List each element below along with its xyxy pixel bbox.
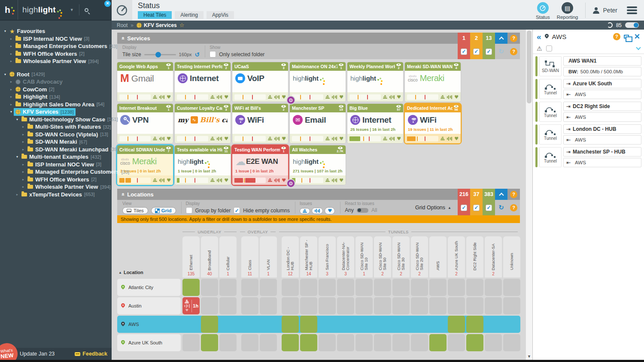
status-cell[interactable]: [300, 297, 317, 314]
scroll-down-arrow[interactable]: ▼: [526, 354, 532, 359]
grid-column-header[interactable]: AWS: [429, 236, 447, 278]
status-cell[interactable]: [319, 316, 336, 333]
tab-heat-tiles[interactable]: Heat Tiles: [138, 11, 172, 19]
status-cell[interactable]: [466, 316, 483, 333]
heart-icon[interactable]: ♥: [397, 95, 401, 100]
grid-column-header[interactable]: London DC - HUB 12: [282, 236, 299, 278]
status-cell[interactable]: [503, 279, 520, 296]
location-sort-header[interactable]: ▲Location: [118, 270, 143, 275]
heart-icon[interactable]: ♥: [339, 95, 343, 100]
status-cell[interactable]: [282, 316, 299, 333]
service-tile[interactable]: Meraki SD-WAN WAN1 4 ılıılıciscoMeraki ♥…: [405, 62, 461, 102]
status-cell[interactable]: [429, 334, 447, 351]
performance-icon[interactable]: [332, 178, 337, 182]
watch-subtitle-cell[interactable]: ⇤ AWS: [563, 158, 641, 167]
status-cell[interactable]: [411, 316, 428, 333]
tree-caret-icon[interactable]: ▸: [9, 87, 14, 91]
watch-list-item[interactable]: Tunnel ⇥ Manchester SP - HUB ⇤ AWS: [535, 147, 641, 167]
watch-list-item[interactable]: Tunnel ⇥ Azure UK South ⇤ AWS: [535, 79, 641, 99]
status-cell[interactable]: [319, 279, 336, 296]
tree-item[interactable]: ▸ ISP Internal NOC View [3]: [0, 35, 112, 43]
tree-item[interactable]: ▾ ★ Favourites: [0, 27, 112, 35]
service-tile[interactable]: Dedicated Internet Ac... 56 WiFi 19 Issu…: [405, 104, 461, 143]
nav-status[interactable]: Status: [536, 1, 550, 20]
status-cell[interactable]: [337, 334, 354, 351]
watch-list-item[interactable]: SD-WAN AWS WAN1 BW: 500.0Mb / 500.0Mb: [535, 56, 641, 76]
status-cell[interactable]: [411, 279, 428, 296]
group-by-folder-checkbox[interactable]: [186, 207, 192, 214]
alerts-checkbox[interactable]: [546, 45, 552, 51]
tree-item[interactable]: ▸ SD-WAN Cisco (Viptela) [13]: [0, 131, 112, 139]
availability-icon[interactable]: [153, 95, 157, 99]
tree-caret-icon[interactable]: ▸: [21, 125, 26, 129]
watch-subtitle-cell[interactable]: BW: 500.0Mb / 500.0Mb: [563, 67, 641, 76]
location-label[interactable]: Austin: [117, 297, 181, 314]
status-cell[interactable]: [355, 334, 373, 351]
help-button[interactable]: ?: [510, 204, 517, 211]
vertical-scrollbar[interactable]: ▼: [526, 30, 532, 360]
service-tile[interactable]: Google Web Apps 1 MGmail ♥ ⚙: [117, 62, 173, 102]
tree-caret-icon[interactable]: ▾: [15, 118, 20, 121]
watch-title-cell[interactable]: ⇥ Azure UK South: [563, 79, 641, 88]
availability-icon[interactable]: [325, 178, 330, 182]
tree-item[interactable]: ▸ Wholesale Partner View [394]: [0, 183, 112, 191]
status-cell[interactable]: [466, 279, 483, 296]
service-tile[interactable]: Critical SDWAN Under... 7 ılıılıciscoMer…: [117, 145, 173, 185]
open-in-window-icon[interactable]: [624, 35, 629, 39]
grid-column-header[interactable]: DC2 Right Side: [466, 236, 483, 278]
tab-appvis[interactable]: AppVis: [207, 11, 234, 19]
grid-column-header[interactable]: Azure UK South 2: [448, 236, 465, 278]
status-cell[interactable]: [241, 279, 258, 296]
status-cell[interactable]: [374, 297, 391, 314]
tree-item[interactable]: ▸ Managed Enterprise Customers [33]: [0, 168, 112, 176]
grid-column-header[interactable]: Datacenter-SA 2: [485, 236, 502, 278]
service-tile[interactable]: Big Blue 57 Internet 25 Issues | 16 in l…: [347, 104, 403, 143]
heart-icon[interactable]: ♥: [282, 95, 286, 100]
status-cell[interactable]: [374, 279, 391, 296]
status-cell[interactable]: [201, 297, 218, 314]
availability-issues-button[interactable]: [300, 208, 310, 214]
availability-icon[interactable]: [268, 95, 272, 99]
availability-icon[interactable]: [325, 137, 330, 140]
status-cell[interactable]: [219, 334, 237, 351]
watch-subtitle-cell[interactable]: ⇤ AWS: [563, 135, 641, 145]
tree-caret-icon[interactable]: ▸: [21, 170, 26, 174]
grid-column-header[interactable]: Cisco SD-WAN Site 50 2: [374, 236, 391, 278]
grid-column-header[interactable]: Cellular 1: [219, 236, 237, 278]
status-cell[interactable]: [392, 316, 410, 333]
tree-item[interactable]: ▸ Highlight [134]: [0, 93, 112, 101]
heart-icon[interactable]: ♥: [224, 178, 228, 183]
performance-icon[interactable]: [217, 137, 222, 141]
performance-icon[interactable]: [159, 137, 165, 141]
status-cell[interactable]: [466, 334, 483, 351]
status-cell[interactable]: [337, 297, 354, 314]
tree-caret-icon[interactable]: ▸: [9, 103, 14, 106]
performance-icon[interactable]: [274, 178, 280, 182]
scrollbar-thumb[interactable]: [527, 30, 532, 103]
watch-title-cell[interactable]: AWS WAN1: [563, 56, 641, 66]
heart-icon[interactable]: ♥: [454, 136, 459, 141]
heart-icon[interactable]: ♥: [282, 178, 286, 183]
collapse-panel-button[interactable]: [495, 189, 507, 200]
service-tile[interactable]: Maintenance ON 24x7... 1 highlight ♥ ⚙: [290, 62, 346, 102]
performance-icon[interactable]: [217, 95, 222, 99]
tree-caret-icon[interactable]: ▸: [9, 37, 14, 41]
performance-icon[interactable]: [447, 137, 453, 141]
performance-icon[interactable]: [389, 137, 395, 141]
status-cell[interactable]: [374, 334, 391, 351]
tree-item[interactable]: ▸ CAB Advocacy: [0, 78, 112, 86]
status-cell[interactable]: [201, 334, 218, 351]
grid-column-header[interactable]: Broadband 40: [201, 236, 218, 278]
tree-caret-icon[interactable]: ▾: [3, 29, 8, 33]
status-cell[interactable]: [448, 334, 465, 351]
collapse-chevrons-icon[interactable]: »: [119, 193, 126, 196]
status-cell[interactable]: [392, 279, 410, 296]
status-cell[interactable]: [241, 316, 258, 333]
watch-subtitle-cell[interactable]: ⇤ AWS: [563, 112, 641, 122]
heart-icon[interactable]: ♥: [282, 136, 286, 141]
close-panel-button[interactable]: ✕: [634, 33, 640, 40]
availability-icon[interactable]: [325, 95, 330, 99]
status-cell[interactable]: [201, 279, 218, 296]
chevron-down-icon[interactable]: ▼: [70, 8, 74, 12]
performance-icon[interactable]: [332, 95, 337, 99]
